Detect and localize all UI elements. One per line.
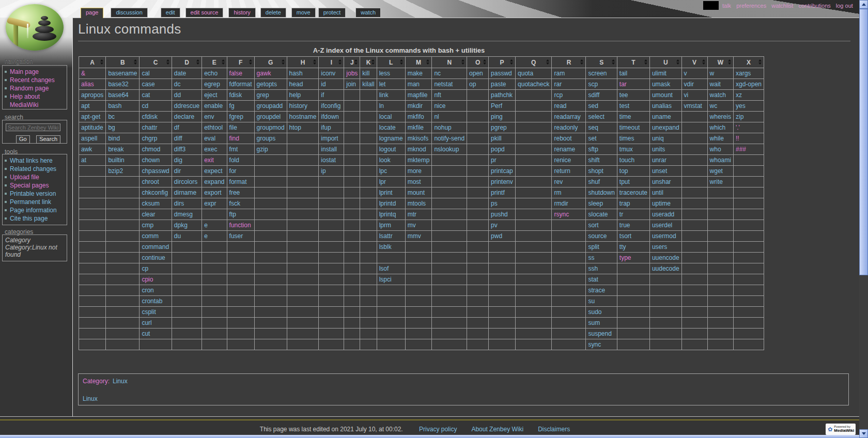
table-cell[interactable]: ss: [586, 253, 617, 263]
command-link[interactable]: head: [289, 81, 303, 88]
footer-link-privacy-policy[interactable]: Privacy policy: [419, 426, 457, 433]
command-link[interactable]: for: [229, 167, 237, 175]
command-link[interactable]: source: [588, 232, 607, 240]
command-link[interactable]: chgrp: [142, 135, 157, 142]
table-cell[interactable]: mapfile: [405, 90, 432, 101]
table-cell[interactable]: ip: [319, 166, 344, 177]
table-cell[interactable]: passwd: [489, 68, 516, 79]
command-link[interactable]: nohup: [434, 124, 451, 131]
table-cell[interactable]: unset: [649, 166, 681, 177]
table-cell[interactable]: nohup: [432, 122, 467, 133]
table-cell[interactable]: pushd: [489, 209, 516, 220]
command-link[interactable]: echo: [204, 70, 218, 77]
table-cell[interactable]: time: [617, 112, 649, 122]
table-cell[interactable]: builtin: [106, 155, 140, 166]
sidebar-item-related-changes[interactable]: Related changes: [3, 165, 67, 173]
command-link[interactable]: yes: [736, 102, 746, 110]
table-cell[interactable]: printf: [489, 187, 516, 198]
command-link[interactable]: fdformat: [229, 81, 252, 88]
table-cell[interactable]: diff3: [172, 144, 202, 155]
personal-link-talk[interactable]: talk: [722, 3, 731, 9]
table-cell[interactable]: nft: [432, 90, 467, 101]
table-cell[interactable]: mtools: [405, 198, 432, 209]
command-link[interactable]: pr: [491, 157, 497, 164]
sidebar-link[interactable]: Random page: [10, 85, 49, 92]
command-link[interactable]: rcp: [554, 91, 563, 99]
table-cell[interactable]: uudecode: [649, 263, 681, 274]
horizontal-scrollbar-thumb[interactable]: [0, 435, 859, 438]
command-link[interactable]: mapfile: [408, 91, 428, 99]
command-link[interactable]: expect: [204, 167, 222, 175]
command-link[interactable]: xgd-open: [736, 81, 762, 88]
table-cell[interactable]: expand: [202, 177, 227, 187]
table-cell[interactable]: find: [227, 133, 254, 144]
column-header-S[interactable]: S: [586, 57, 617, 68]
command-link[interactable]: htop: [289, 124, 301, 131]
table-cell[interactable]: strace: [586, 285, 617, 296]
command-link[interactable]: lsblk: [379, 243, 392, 251]
table-cell[interactable]: zip: [733, 112, 764, 122]
table-cell[interactable]: lspci: [377, 274, 405, 285]
command-link[interactable]: fdisk: [229, 91, 242, 99]
command-link[interactable]: slocate: [588, 211, 608, 218]
command-link[interactable]: ddrescue: [174, 102, 199, 110]
table-cell[interactable]: import: [319, 133, 344, 144]
table-cell[interactable]: help: [287, 90, 319, 101]
command-link[interactable]: cpio: [142, 276, 153, 283]
command-link[interactable]: vmstat: [684, 102, 702, 110]
table-cell[interactable]: fdformat: [227, 79, 254, 90]
table-cell[interactable]: '.': [733, 122, 764, 133]
command-link[interactable]: rmdir: [554, 200, 568, 207]
table-cell[interactable]: tmux: [617, 144, 649, 155]
table-cell[interactable]: chkconfig: [140, 187, 172, 198]
command-link[interactable]: grep: [257, 91, 269, 99]
command-link[interactable]: break: [108, 146, 123, 153]
sidebar-link[interactable]: Related changes: [10, 165, 56, 173]
table-cell[interactable]: xgd-open: [733, 79, 764, 90]
command-link[interactable]: traceroute: [619, 189, 647, 196]
command-link[interactable]: popd: [491, 146, 505, 153]
linux-link[interactable]: Linux: [83, 395, 98, 402]
table-cell[interactable]: lpc: [377, 166, 405, 177]
table-cell[interactable]: date: [172, 68, 202, 79]
command-link[interactable]: if: [321, 91, 324, 99]
command-link[interactable]: find: [229, 135, 239, 142]
command-link[interactable]: declare: [174, 113, 194, 120]
table-cell[interactable]: getopts: [254, 79, 287, 90]
command-link[interactable]: diff3: [174, 146, 185, 153]
tab-move[interactable]: move: [291, 8, 316, 18]
command-link[interactable]: dmesg: [174, 211, 193, 218]
table-cell[interactable]: dirs: [172, 198, 202, 209]
command-link[interactable]: nslookup: [434, 146, 459, 153]
command-link[interactable]: dpkg: [174, 222, 188, 229]
table-cell[interactable]: cp: [140, 263, 172, 274]
command-link[interactable]: uname: [652, 113, 671, 120]
command-link[interactable]: dirname: [174, 189, 196, 196]
command-link[interactable]: scp: [588, 81, 598, 88]
command-link[interactable]: unalias: [652, 102, 672, 110]
command-link[interactable]: ssh: [588, 265, 598, 272]
command-link[interactable]: mmv: [408, 232, 421, 240]
table-cell[interactable]: rm: [552, 187, 586, 198]
command-link[interactable]: exec: [204, 146, 217, 153]
command-link[interactable]: w: [710, 70, 715, 77]
command-link[interactable]: dig: [174, 157, 182, 164]
column-header-I[interactable]: I: [319, 57, 344, 68]
table-cell[interactable]: diff: [172, 133, 202, 144]
table-cell[interactable]: most: [405, 177, 432, 187]
command-link[interactable]: watch: [710, 91, 726, 99]
command-link[interactable]: sum: [588, 319, 600, 326]
command-link[interactable]: export: [204, 189, 221, 196]
table-cell[interactable]: cksum: [140, 198, 172, 209]
table-cell[interactable]: watch: [707, 90, 733, 101]
table-cell[interactable]: look: [377, 155, 405, 166]
footer-link-disclaimers[interactable]: Disclaimers: [538, 426, 570, 433]
column-header-E[interactable]: E: [202, 57, 227, 68]
command-link[interactable]: times: [619, 135, 634, 142]
table-cell[interactable]: env: [202, 112, 227, 122]
table-cell[interactable]: format: [227, 177, 254, 187]
table-cell[interactable]: ps: [489, 198, 516, 209]
table-cell[interactable]: function: [227, 220, 254, 231]
table-cell[interactable]: umask: [649, 79, 681, 90]
table-cell[interactable]: tar: [617, 79, 649, 90]
